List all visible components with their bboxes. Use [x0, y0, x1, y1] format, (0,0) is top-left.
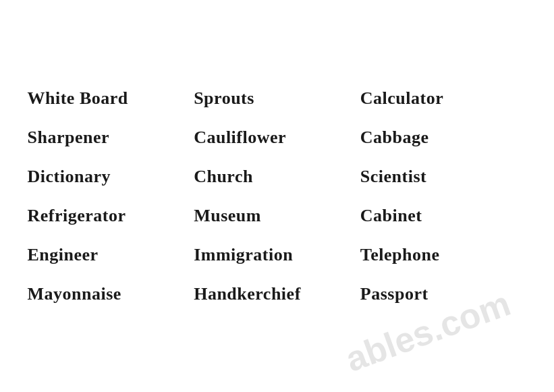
- word-grid: White BoardSproutsCalculatorSharpenerCau…: [14, 68, 541, 325]
- word-cell: Dictionary: [28, 167, 194, 187]
- word-cell: Calculator: [360, 88, 527, 109]
- word-cell: Handkerchief: [194, 284, 360, 304]
- word-cell: Engineer: [28, 245, 194, 265]
- word-cell: Church: [194, 167, 360, 187]
- word-cell: Passport: [360, 284, 527, 304]
- word-cell: White Board: [28, 88, 194, 109]
- word-cell: Mayonnaise: [28, 284, 194, 304]
- word-cell: Immigration: [194, 245, 360, 265]
- word-cell: Cabbage: [360, 128, 527, 148]
- word-cell: Telephone: [360, 245, 527, 265]
- word-cell: Museum: [194, 206, 360, 226]
- word-cell: Sprouts: [194, 88, 360, 109]
- word-cell: Cauliflower: [194, 128, 360, 148]
- word-cell: Cabinet: [360, 206, 527, 226]
- word-cell: Sharpener: [28, 128, 194, 148]
- word-cell: Refrigerator: [28, 206, 194, 226]
- word-cell: Scientist: [360, 167, 527, 187]
